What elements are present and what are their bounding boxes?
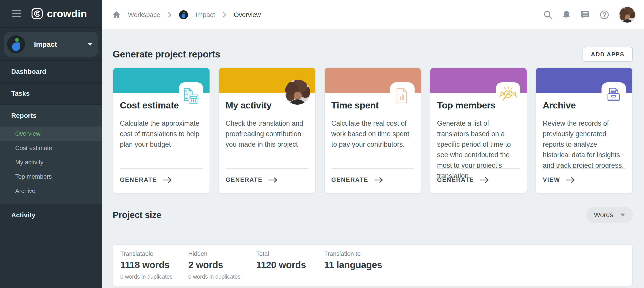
stat-total: Total 1120 words — [256, 250, 324, 280]
crowdin-logo-icon — [31, 8, 43, 20]
breadcrumb-project-avatar — [179, 10, 188, 19]
chevron-right-icon — [168, 12, 172, 18]
project-selector[interactable]: Impact — [4, 32, 98, 57]
generate-label: GENERATE — [332, 176, 368, 183]
unit-dropdown-value: Words — [594, 211, 613, 219]
generate-label: GENERATE — [226, 176, 263, 183]
stat-value: 1120 words — [256, 260, 324, 270]
stat-label: Hidden — [188, 250, 256, 257]
divider — [332, 168, 414, 168]
svg-text:$: $ — [185, 89, 187, 92]
card-description: Calculate the approximate cost of transl… — [120, 118, 203, 150]
sidebar: crowdin Impact Dashboard Tasks Reports O… — [0, 0, 102, 288]
card-time-spent: Time spent Calculate the real cost of wo… — [324, 68, 422, 194]
card-top-members: Top members Generate a list of translato… — [430, 68, 527, 194]
content: Generate project reports ADD APPS $ — [102, 30, 644, 287]
arrow-right-icon — [163, 177, 172, 183]
divider — [437, 168, 520, 168]
sidebar-item-my-activity[interactable]: My activity — [0, 155, 102, 170]
page-title: Generate project reports — [113, 49, 220, 60]
add-apps-button[interactable]: ADD APPS — [582, 47, 633, 62]
report-cards: $ Cost estimate C — [113, 68, 633, 194]
section-title-project-size: Project size — [113, 210, 162, 220]
project-size-panel: Translatable 1118 words 0 words in dupli… — [113, 244, 633, 287]
messages-icon[interactable] — [580, 10, 590, 19]
sidebar-nav: Dashboard Tasks Reports Overview Cost es… — [0, 60, 102, 226]
generate-label: GENERATE — [120, 176, 157, 183]
sidebar-item-dashboard[interactable]: Dashboard — [0, 60, 102, 82]
arrow-right-icon — [374, 177, 384, 183]
divider — [120, 168, 203, 168]
document-bars-icon — [396, 88, 408, 104]
topbar: Workspace Impact Overview — [102, 0, 644, 30]
user-avatar[interactable] — [619, 6, 636, 23]
divider — [543, 168, 626, 168]
stat-label: Translation to — [324, 250, 382, 257]
stat-translation-to: Translation to 11 languages — [324, 250, 382, 280]
generate-label: GENERATE — [437, 176, 474, 183]
stat-label: Translatable — [120, 250, 188, 257]
sidebar-item-tasks[interactable]: Tasks — [0, 82, 102, 104]
card-description: Generate a list of translators based on … — [437, 118, 520, 181]
stat-note: 0 words in duplicates — [188, 274, 256, 280]
unit-dropdown[interactable]: Words — [586, 206, 633, 223]
stat-note — [324, 274, 382, 280]
arrow-right-icon — [566, 177, 575, 183]
main-area: Workspace Impact Overview — [102, 0, 644, 288]
card-archive: Archive Review the records of previously… — [536, 68, 633, 194]
breadcrumb-workspace[interactable]: Workspace — [128, 11, 160, 18]
people-search-icon — [499, 86, 518, 104]
stat-value: 1118 words — [120, 260, 188, 270]
stat-note: 0 words in duplicates — [120, 274, 188, 280]
generate-link[interactable]: GENERATE — [226, 176, 278, 183]
chevron-right-icon — [223, 12, 226, 18]
archive-drawer-icon — [606, 87, 622, 103]
stat-note — [256, 274, 324, 280]
menu-toggle-icon[interactable] — [12, 10, 21, 17]
breadcrumb-current: Overview — [234, 11, 261, 18]
breadcrumb-project[interactable]: Impact — [196, 11, 215, 18]
view-label: VIEW — [543, 176, 560, 183]
breadcrumb: Workspace Impact Overview — [113, 10, 261, 19]
crowdin-wordmark: crowdin — [47, 8, 87, 20]
card-cost-estimate: $ Cost estimate C — [113, 68, 210, 194]
notifications-bell-icon[interactable] — [562, 10, 571, 20]
card-description: Calculate the real cost of work based on… — [332, 118, 414, 150]
topbar-actions — [544, 6, 636, 23]
sidebar-item-archive[interactable]: Archive — [0, 184, 102, 198]
divider — [226, 168, 308, 168]
stat-translatable: Translatable 1118 words 0 words in dupli… — [120, 250, 188, 280]
arrow-right-icon — [480, 177, 489, 183]
chevron-down-icon — [88, 43, 92, 46]
sidebar-item-cost-estimate[interactable]: Cost estimate — [0, 141, 102, 155]
invoice-calculator-icon: $ — [184, 88, 199, 105]
stat-hidden: Hidden 2 words 0 words in duplicates — [188, 250, 256, 280]
crowdin-logo[interactable]: crowdin — [31, 8, 87, 20]
sidebar-item-top-members[interactable]: Top members — [0, 170, 102, 184]
view-link[interactable]: VIEW — [543, 176, 575, 183]
stat-value: 2 words — [188, 260, 256, 270]
generate-link[interactable]: GENERATE — [437, 176, 489, 183]
arrow-right-icon — [268, 177, 278, 183]
sidebar-item-activity[interactable]: Activity — [0, 204, 102, 226]
stat-value: 11 languages — [324, 260, 382, 270]
help-icon[interactable] — [600, 10, 609, 20]
generate-link[interactable]: GENERATE — [332, 176, 384, 183]
stat-label: Total — [256, 250, 324, 257]
card-description: Review the records of previously generat… — [543, 118, 626, 170]
sidebar-header: crowdin — [0, 0, 102, 28]
home-icon[interactable] — [113, 11, 120, 18]
sidebar-item-overview[interactable]: Overview — [0, 126, 102, 141]
sidebar-item-reports[interactable]: Reports — [0, 105, 102, 126]
card-description: Check the translation and proofreading c… — [226, 118, 308, 150]
card-my-activity: My activity Check the translation and pr… — [218, 68, 316, 194]
chevron-down-icon — [620, 214, 625, 216]
sidebar-reports-section: Reports Overview Cost estimate My activi… — [0, 104, 102, 204]
project-avatar — [7, 35, 25, 53]
project-selector-label: Impact — [34, 40, 79, 48]
search-icon[interactable] — [544, 10, 552, 19]
user-photo-avatar — [285, 80, 310, 105]
crowdin-app: crowdin Impact Dashboard Tasks Reports O… — [0, 0, 644, 288]
generate-link[interactable]: GENERATE — [120, 176, 172, 183]
